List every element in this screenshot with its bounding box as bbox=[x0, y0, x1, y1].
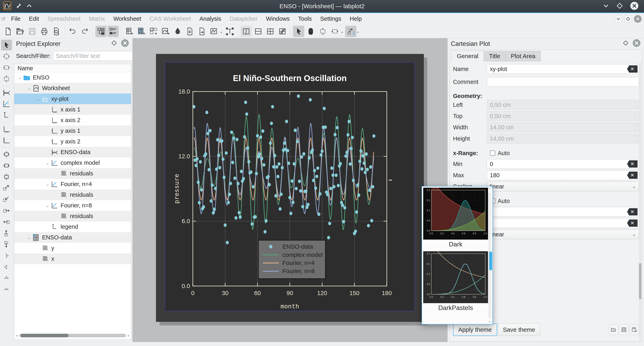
tree-item-legend[interactable]: legend bbox=[14, 222, 131, 232]
dropdown-caret-icon[interactable]: ⌄ bbox=[220, 29, 223, 34]
scrollbar-handle[interactable] bbox=[489, 252, 492, 270]
subwindow-close-button[interactable] bbox=[634, 15, 642, 23]
y-scaling-select[interactable]: linear ⌄ bbox=[487, 230, 639, 239]
zoom-in-button[interactable] bbox=[1, 183, 12, 194]
zoom-select-x-button[interactable] bbox=[1, 62, 12, 73]
tree-item-x-axis-2[interactable]: x axis 2 bbox=[14, 115, 131, 125]
expander-chevron-icon[interactable]: ⌄ bbox=[44, 160, 50, 166]
expander-chevron-icon[interactable]: ⌄ bbox=[26, 86, 32, 91]
x-min-input[interactable] bbox=[490, 161, 636, 167]
select-mode-button[interactable] bbox=[293, 26, 304, 37]
theme-item-darkpastels[interactable]: 0.20.10.10.00.00.00.20.40.60.81.0 DarkPa… bbox=[423, 251, 488, 313]
tree-item-y-axis-2[interactable]: y axis 2 bbox=[14, 136, 131, 147]
new-matrix-button[interactable] bbox=[136, 26, 147, 37]
y-axis-label[interactable]: pressure bbox=[173, 174, 180, 204]
tab-title[interactable]: Title bbox=[484, 51, 506, 61]
explorer-horizontal-scrollbar[interactable]: ‹ › bbox=[16, 333, 129, 338]
tree-item-worksheet[interactable]: ⌄Worksheet bbox=[14, 83, 131, 93]
close-dock-icon[interactable] bbox=[121, 39, 129, 49]
new-theme-button[interactable] bbox=[609, 325, 618, 335]
add-legend-button[interactable] bbox=[1, 110, 12, 121]
collapse-up-icon[interactable] bbox=[26, 3, 32, 9]
new-document-button[interactable] bbox=[2, 26, 14, 37]
x-min-field[interactable]: ✕ bbox=[487, 159, 639, 169]
navigation-mode-button[interactable] bbox=[305, 26, 316, 37]
clear-text-icon[interactable]: ✕ bbox=[627, 172, 638, 179]
tree-item-enso-data[interactable]: ⌄ENSO-data bbox=[14, 232, 131, 243]
cursor-both-button[interactable] bbox=[1, 273, 12, 284]
tree-item-xy-plot[interactable]: ⌄xy-plot bbox=[14, 93, 131, 104]
name-input[interactable] bbox=[490, 66, 636, 72]
menu-spreadsheet[interactable]: Spreadsheet bbox=[43, 13, 85, 24]
menu-cas-worksheet[interactable]: CAS Worksheet bbox=[145, 13, 195, 24]
tree-item-complex-model[interactable]: ⌄complex model bbox=[14, 157, 131, 168]
zoom-select-button[interactable] bbox=[1, 51, 12, 62]
float-dock-icon[interactable] bbox=[111, 40, 117, 48]
auto-scale-x-button[interactable] bbox=[1, 160, 12, 171]
comment-field[interactable] bbox=[487, 77, 639, 87]
add-fit-curve-button[interactable] bbox=[1, 99, 12, 109]
tree-item-x[interactable]: x bbox=[14, 254, 131, 264]
zoom-select-y-button[interactable] bbox=[317, 26, 328, 37]
tree-item-residuals[interactable]: residuals bbox=[14, 190, 131, 200]
plot-legend[interactable]: ENSO-datacomplex modelFourier, n=4Fourie… bbox=[258, 240, 326, 279]
clear-text-icon[interactable]: ✕ bbox=[627, 160, 638, 168]
zoom-select-x-button[interactable] bbox=[329, 26, 340, 37]
x-axis-label[interactable]: month bbox=[280, 303, 299, 310]
save-button[interactable] bbox=[26, 26, 38, 37]
x-range-auto-checkbox[interactable] bbox=[490, 150, 495, 156]
cursor-none-button[interactable] bbox=[1, 284, 12, 295]
scroll-right-icon[interactable]: › bbox=[128, 333, 129, 338]
undo-button[interactable] bbox=[67, 26, 78, 37]
tree-item-x-axis-1[interactable]: x axis 1 bbox=[14, 104, 131, 115]
y-max-input[interactable] bbox=[490, 220, 636, 227]
x-max-field[interactable]: ✕ bbox=[487, 170, 639, 180]
tree-item-residuals[interactable]: residuals bbox=[14, 168, 131, 179]
menu-windows[interactable]: Windows bbox=[262, 13, 294, 24]
tree-item-enso[interactable]: ⌄ENSO bbox=[14, 72, 131, 83]
expander-chevron-icon[interactable]: ⌄ bbox=[17, 75, 23, 80]
tree-item-fourier-n-4[interactable]: ⌄Fourier, n=4 bbox=[14, 179, 131, 190]
maximize-button[interactable] bbox=[616, 2, 623, 10]
pin-icon[interactable] bbox=[16, 3, 22, 10]
shift-right-x-button[interactable] bbox=[1, 205, 12, 216]
x-max-input[interactable] bbox=[490, 172, 636, 179]
xy-plot-canvas[interactable]: 03060901201501800.06.012.018.0El Niño-So… bbox=[166, 63, 414, 311]
toggle-properties-explorer-button[interactable] bbox=[108, 26, 119, 37]
apply-theme-button[interactable]: Apply theme bbox=[453, 324, 497, 336]
tree-item-y[interactable]: y bbox=[14, 243, 131, 254]
tree-item-y-axis-1[interactable]: y axis 1 bbox=[14, 125, 131, 136]
print-preview-button[interactable] bbox=[51, 26, 62, 37]
tab-plot-area[interactable]: Plot Area bbox=[506, 51, 541, 61]
export-file-button[interactable] bbox=[196, 26, 208, 37]
scroll-left-icon[interactable]: ‹ bbox=[16, 333, 18, 338]
menu-edit[interactable]: Edit bbox=[25, 13, 43, 24]
new-datapicker-button[interactable] bbox=[172, 26, 183, 37]
grid-layout-button[interactable] bbox=[265, 26, 276, 37]
expander-chevron-icon[interactable]: ⌄ bbox=[44, 182, 50, 187]
zoom-select-y-button[interactable] bbox=[1, 73, 12, 84]
clear-text-icon[interactable]: ✕ bbox=[627, 65, 638, 73]
worksheet-page[interactable]: 03060901201501800.06.012.018.0El Niño-So… bbox=[156, 54, 424, 322]
add-x-axis-button[interactable] bbox=[1, 124, 12, 135]
comment-input[interactable] bbox=[490, 79, 636, 85]
y-min-field[interactable]: ✕ bbox=[487, 207, 639, 217]
properties-vertical-scrollbar[interactable] bbox=[639, 62, 642, 341]
auto-scale-y-button[interactable] bbox=[1, 171, 12, 182]
new-worksheet-button[interactable] bbox=[160, 26, 171, 37]
subwindow-restore-button[interactable] bbox=[624, 15, 632, 23]
scrollbar-handle[interactable] bbox=[20, 334, 68, 337]
cursor-second-button[interactable] bbox=[1, 262, 12, 272]
save-icon-button[interactable] bbox=[619, 325, 628, 335]
tree-item-enso-data[interactable]: ENSO-data bbox=[14, 147, 131, 157]
tree-item-fourier-n-8[interactable]: ⌄Fourier, n=8 bbox=[14, 200, 131, 211]
zoom-one-button[interactable]: 1 bbox=[345, 26, 356, 37]
vertical-layout-button[interactable] bbox=[240, 26, 252, 37]
shift-up-y-button[interactable] bbox=[1, 228, 12, 239]
toggle-project-explorer-button[interactable] bbox=[96, 26, 107, 37]
clear-text-icon[interactable]: ✕ bbox=[627, 208, 638, 215]
menu-analysis[interactable]: Analysis bbox=[195, 13, 226, 24]
scrollbar-handle[interactable] bbox=[639, 263, 642, 300]
dropdown-caret-icon[interactable]: ⌄ bbox=[340, 29, 344, 34]
select-mode-button[interactable] bbox=[1, 40, 12, 50]
